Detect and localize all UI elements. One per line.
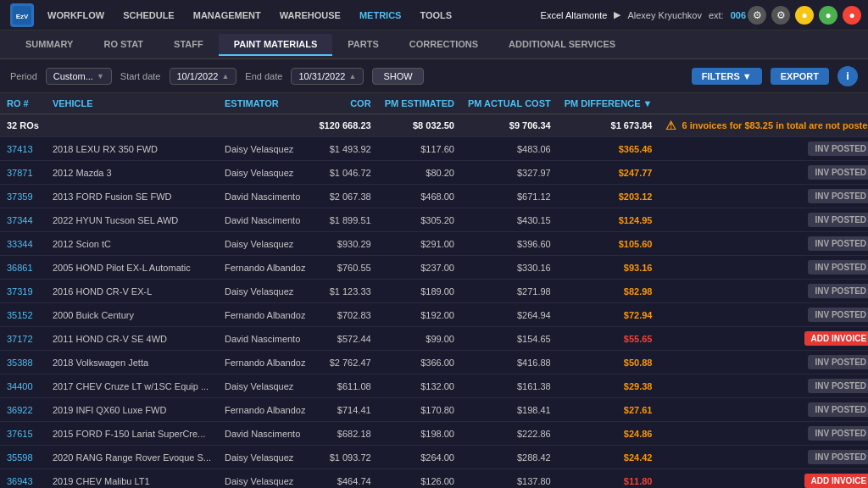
cell-pm-actual: $483.06 <box>461 137 558 161</box>
filters-button[interactable]: FILTERS ▼ <box>692 68 762 85</box>
cell-pm-actual: $330.16 <box>461 256 558 280</box>
cell-pm-est: $291.00 <box>378 232 461 256</box>
ext-label: ext: <box>709 10 724 20</box>
notification-icon[interactable]: ⚙ <box>748 6 766 25</box>
cell-estimator: Daisy Velasquez <box>218 137 312 161</box>
arrow-icon: ▶ <box>614 9 620 20</box>
company-name: Excel Altamonte <box>541 10 608 20</box>
nav-warehouse[interactable]: WAREHOUSE <box>271 7 349 24</box>
cell-estimator: Daisy Velasquez <box>218 232 312 256</box>
cell-pm-actual: $396.60 <box>461 232 558 256</box>
nav-schedule[interactable]: SCHEDULE <box>114 7 183 24</box>
start-date-arrow-icon: ▲ <box>221 72 229 80</box>
tab-parts[interactable]: PARTS <box>332 34 393 56</box>
settings-icon[interactable]: ⚙ <box>771 6 790 25</box>
tab-corrections[interactable]: CORRECTIONS <box>394 34 493 56</box>
cell-ro: 35152 <box>0 303 46 327</box>
start-date-input[interactable]: 10/1/2022 ▲ <box>170 68 237 85</box>
cell-pm-actual: $264.94 <box>461 303 558 327</box>
cell-ro: 34400 <box>0 374 46 398</box>
inv-posted-button[interactable]: INV POSTED <box>808 189 868 203</box>
cell-vehicle: 2005 HOND Pilot EX-L Automatic <box>46 256 218 280</box>
cell-pm-est: $80.20 <box>378 161 461 185</box>
table-row: 35598 2020 RANG Range Rover Evoque S... … <box>0 446 868 469</box>
cell-ro: 36943 <box>0 469 46 489</box>
cell-pm-diff: $24.86 <box>558 422 659 446</box>
cell-pm-actual: $288.42 <box>461 446 558 469</box>
tab-summary[interactable]: SUMMARY <box>10 34 88 56</box>
inv-posted-button[interactable]: INV POSTED <box>808 426 868 441</box>
inv-posted-button[interactable]: INV POSTED <box>808 165 868 180</box>
table-row: 36922 2019 INFI QX60 Luxe FWD Fernando A… <box>0 398 868 422</box>
total-label: 32 ROs <box>0 114 46 137</box>
cell-pm-est: $468.00 <box>378 185 461 208</box>
export-button[interactable]: EXPORT <box>771 68 829 85</box>
col-header-vehicle: VEHICLE <box>46 93 218 114</box>
manager-name: Alexey Kryuchkov <box>627 10 701 20</box>
cell-vehicle: 2012 Mazda 3 <box>46 161 218 185</box>
cell-pm-diff: $105.60 <box>558 232 659 256</box>
period-select[interactable]: Custom... ▼ <box>46 68 112 85</box>
status-red-icon[interactable]: ● <box>843 6 861 25</box>
top-navigation: EzV WORKFLOW SCHEDULE MANAGEMENT WAREHOU… <box>0 0 868 30</box>
tab-ro-stat[interactable]: RO STAT <box>88 34 159 56</box>
inv-posted-button[interactable]: INV POSTED <box>808 379 868 393</box>
table-row: 36861 2005 HOND Pilot EX-L Automatic Fer… <box>0 256 868 280</box>
tab-paint-materials[interactable]: PAINT MATERIALS <box>219 34 333 56</box>
inv-posted-button[interactable]: INV POSTED <box>808 284 868 298</box>
end-date-arrow-icon: ▲ <box>348 72 356 80</box>
inv-posted-button[interactable]: INV POSTED <box>808 260 868 274</box>
inv-posted-button[interactable]: INV POSTED <box>808 355 868 369</box>
inv-posted-button[interactable]: INV POSTED <box>808 402 868 417</box>
inv-posted-button[interactable]: INV POSTED <box>808 213 868 227</box>
tab-additional-services[interactable]: ADDITIONAL SERVICES <box>493 34 631 56</box>
inv-posted-button[interactable]: INV POSTED <box>808 236 868 251</box>
cell-vehicle: 2018 LEXU RX 350 FWD <box>46 137 218 161</box>
col-header-pm-difference: PM DIFFERENCE ▼ <box>558 93 659 114</box>
add-invoice-button[interactable]: ADD INVOICE <box>804 474 869 488</box>
status-green-icon[interactable]: ● <box>819 6 837 25</box>
cell-action: INV POSTED <box>659 374 868 398</box>
nav-workflow[interactable]: WORKFLOW <box>39 7 113 24</box>
cell-pm-diff: $27.61 <box>558 398 659 422</box>
table-row: 34400 2017 CHEV Cruze LT w/1SC Equip ...… <box>0 374 868 398</box>
status-yellow-icon[interactable]: ● <box>795 6 814 25</box>
ext-value: 006 <box>731 10 746 20</box>
cell-estimator: Fernando Albandoz <box>218 351 312 374</box>
data-table-container: RO # VEHICLE ESTIMATOR COR PM ESTIMATED … <box>0 93 868 488</box>
cell-action: INV POSTED <box>659 422 868 446</box>
cell-estimator: David Nascimento <box>218 208 312 232</box>
cell-estimator: David Nascimento <box>218 185 312 208</box>
add-invoice-button[interactable]: ADD INVOICE <box>804 331 869 346</box>
app-logo: EzV <box>7 0 37 30</box>
cell-pm-est: $117.60 <box>378 137 461 161</box>
cell-vehicle: 2019 INFI QX60 Luxe FWD <box>46 398 218 422</box>
info-button[interactable]: i <box>837 66 858 86</box>
cell-pm-actual: $137.80 <box>461 469 558 489</box>
cell-pm-actual: $161.38 <box>461 374 558 398</box>
cell-pm-actual: $154.65 <box>461 327 558 351</box>
show-button[interactable]: SHOW <box>372 68 423 85</box>
end-date-value: 10/31/2022 <box>298 71 345 81</box>
cell-ro: 37344 <box>0 208 46 232</box>
end-date-input[interactable]: 10/31/2022 ▲ <box>291 68 364 85</box>
cell-estimator: Daisy Velasquez <box>218 161 312 185</box>
total-estimator <box>218 114 312 137</box>
inv-posted-button[interactable]: INV POSTED <box>808 141 868 156</box>
cell-pm-diff: $50.88 <box>558 351 659 374</box>
inv-posted-button[interactable]: INV POSTED <box>808 308 868 322</box>
cell-pm-diff: $24.42 <box>558 446 659 469</box>
nav-metrics[interactable]: METRICS <box>351 7 410 24</box>
cell-pm-actual: $416.88 <box>461 351 558 374</box>
nav-management[interactable]: MANAGEMENT <box>185 7 270 24</box>
cell-cor: $611.08 <box>312 374 377 398</box>
tab-staff[interactable]: STAFF <box>159 34 219 56</box>
inv-posted-button[interactable]: INV POSTED <box>808 450 868 464</box>
cell-pm-actual: $222.86 <box>461 422 558 446</box>
col-header-pm-actual: PM ACTUAL COST <box>461 93 558 114</box>
nav-tools[interactable]: TOOLS <box>411 7 460 24</box>
cell-action: INV POSTED <box>659 232 868 256</box>
cell-action: INV POSTED <box>659 303 868 327</box>
col-header-pm-estimated: PM ESTIMATED <box>378 93 461 114</box>
cell-vehicle: 2018 Volkswagen Jetta <box>46 351 218 374</box>
